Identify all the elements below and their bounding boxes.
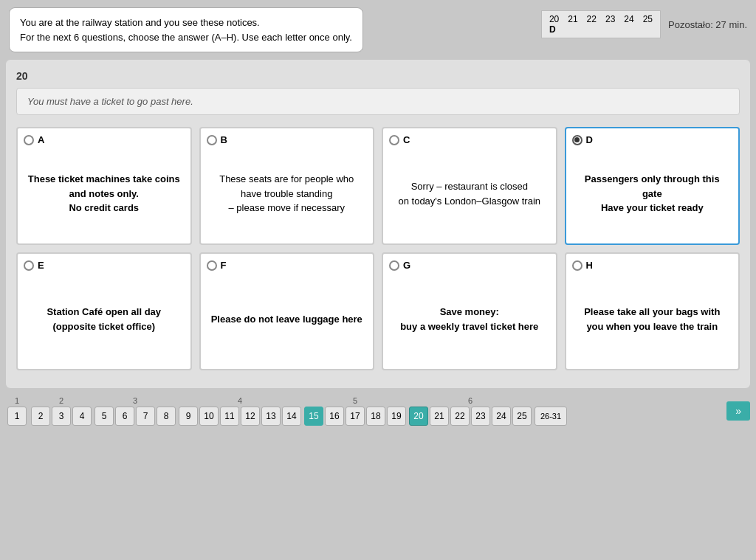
nav-page-3[interactable]: 3 <box>52 407 71 426</box>
option-letter-c: C <box>403 134 410 145</box>
option-letter-h: H <box>586 260 593 271</box>
nav-page-8[interactable]: 8 <box>157 407 176 426</box>
instruction-line2: For the next 6 questions, choose the ans… <box>20 32 352 43</box>
option-card-f[interactable]: FPlease do not leave luggage here <box>199 252 375 370</box>
nav-group-btns-6: 202122232425 <box>409 407 532 426</box>
nav-page-4[interactable]: 4 <box>72 407 92 426</box>
nav-group-1: 11 <box>6 396 28 426</box>
option-letter-d: D <box>586 134 593 145</box>
option-label-e: E <box>24 260 185 271</box>
option-radio-f[interactable] <box>207 260 217 271</box>
question-numbers-row: 20 21 22 23 24 25 <box>549 14 653 24</box>
option-letter-f: F <box>221 260 227 271</box>
nav-group-label-3: 3 <box>124 396 146 405</box>
nav-page-18[interactable]: 18 <box>366 407 385 426</box>
option-letter-e: E <box>38 260 44 271</box>
main-content: 20 You must have a ticket to go past her… <box>6 60 750 388</box>
nav-page-12[interactable]: 12 <box>241 407 260 426</box>
nav-page-15[interactable]: 15 <box>304 407 323 426</box>
option-label-c: C <box>389 134 550 145</box>
nav-group-6: 6202122232425 <box>409 396 532 426</box>
nav-group-label-4: 4 <box>229 396 251 405</box>
option-letter-a: A <box>38 134 44 145</box>
bottom-navigation: 1122343567849101112131451516171819620212… <box>0 393 756 429</box>
nav-page-14[interactable]: 14 <box>282 407 301 426</box>
nav-page-9[interactable]: 9 <box>179 407 198 426</box>
option-card-h[interactable]: HPlease take all your bags with you when… <box>565 252 740 370</box>
nav-group-label-1: 1 <box>6 396 28 405</box>
option-text-g: Save money: buy a weekly travel ticket h… <box>389 275 550 363</box>
nav-group-label-2: 2 <box>50 396 72 405</box>
options-grid: AThese ticket machines take coins and no… <box>16 127 740 370</box>
nav-group-3: 35678 <box>94 396 176 426</box>
option-letter-b: B <box>221 134 227 145</box>
option-radio-a[interactable] <box>24 135 34 145</box>
option-label-f: F <box>207 260 368 271</box>
nav-page-22[interactable]: 22 <box>450 407 470 426</box>
instruction-line1: You are at the railway station and you s… <box>20 17 260 28</box>
option-card-c[interactable]: CSorry – restaurant is closed on today's… <box>382 127 557 245</box>
option-text-f: Please do not leave luggage here <box>207 275 368 363</box>
question-text: You must have a ticket to go past here. <box>16 88 740 115</box>
nav-group-extra: 26-31 <box>535 405 567 426</box>
option-text-d: Passengers only through this gate Have y… <box>572 150 733 238</box>
nav-page-24[interactable]: 24 <box>492 407 511 426</box>
option-radio-h[interactable] <box>572 260 583 271</box>
option-card-b[interactable]: BThese seats are for people who have tro… <box>199 127 375 245</box>
nav-page-20[interactable]: 20 <box>409 407 428 426</box>
current-letter: D <box>549 24 653 35</box>
option-card-g[interactable]: GSave money: buy a weekly travel ticket … <box>382 252 557 370</box>
timer: Pozostało: 27 min. <box>668 19 747 30</box>
nav-page-1[interactable]: 1 <box>7 407 27 426</box>
nav-group-btns-4: 91011121314 <box>179 407 301 426</box>
nav-group-btns-2: 234 <box>31 407 92 426</box>
nav-page-19[interactable]: 19 <box>387 407 406 426</box>
option-card-d[interactable]: DPassengers only through this gate Have … <box>565 127 740 245</box>
nav-page-21[interactable]: 21 <box>430 407 449 426</box>
nav-page-16[interactable]: 16 <box>325 407 344 426</box>
nav-group-4: 491011121314 <box>179 396 301 426</box>
nav-group-btns-1: 1 <box>7 407 27 426</box>
option-radio-c[interactable] <box>389 135 399 145</box>
nav-page-5[interactable]: 5 <box>94 407 114 426</box>
option-text-a: These ticket machines take coins and not… <box>24 150 185 238</box>
nav-page-23[interactable]: 23 <box>471 407 490 426</box>
nav-group-label-5: 5 <box>344 396 366 405</box>
option-letter-g: G <box>403 260 410 271</box>
nav-page-10[interactable]: 10 <box>199 407 219 426</box>
option-label-g: G <box>389 260 550 271</box>
option-radio-e[interactable] <box>24 260 34 271</box>
option-text-h: Please take all your bags with you when … <box>572 275 733 363</box>
option-text-e: Station Café open all day (opposite tick… <box>24 275 185 363</box>
question-number: 20 <box>16 70 740 82</box>
nav-page-11[interactable]: 11 <box>220 407 239 426</box>
nav-group-2: 2234 <box>31 396 92 426</box>
option-card-a[interactable]: AThese ticket machines take coins and no… <box>16 127 192 245</box>
option-text-c: Sorry – restaurant is closed on today's … <box>389 150 550 238</box>
option-label-b: B <box>207 134 368 145</box>
option-radio-d[interactable] <box>572 135 583 145</box>
nav-groups-wrapper: 1122343567849101112131451516171819620212… <box>6 396 567 426</box>
nav-page-25[interactable]: 25 <box>512 407 532 426</box>
nav-group-label-6: 6 <box>459 396 481 405</box>
nav-page-13[interactable]: 13 <box>261 407 281 426</box>
nav-page-range-26-31[interactable]: 26-31 <box>535 407 567 426</box>
question-numbers-top: 20 21 22 23 24 25 D <box>541 10 661 38</box>
nav-page-2[interactable]: 2 <box>31 407 50 426</box>
nav-page-6[interactable]: 6 <box>115 407 134 426</box>
option-label-d: D <box>572 134 733 145</box>
option-radio-b[interactable] <box>207 135 217 145</box>
nav-group-5: 51516171819 <box>304 396 406 426</box>
option-label-h: H <box>572 260 733 271</box>
option-radio-g[interactable] <box>389 260 399 271</box>
option-text-b: These seats are for people who have trou… <box>207 150 368 238</box>
progress-area: 20 21 22 23 24 25 D Pozostało: 27 min. <box>541 10 747 38</box>
instructions-box: You are at the railway station and you s… <box>9 7 363 52</box>
nav-forward-button[interactable]: » <box>726 401 750 421</box>
option-card-e[interactable]: EStation Café open all day (opposite tic… <box>16 252 192 370</box>
option-label-a: A <box>24 134 185 145</box>
nav-group-btns-3: 5678 <box>94 407 176 426</box>
nav-page-7[interactable]: 7 <box>136 407 155 426</box>
nav-page-17[interactable]: 17 <box>346 407 365 426</box>
nav-group-btns-5: 1516171819 <box>304 407 406 426</box>
